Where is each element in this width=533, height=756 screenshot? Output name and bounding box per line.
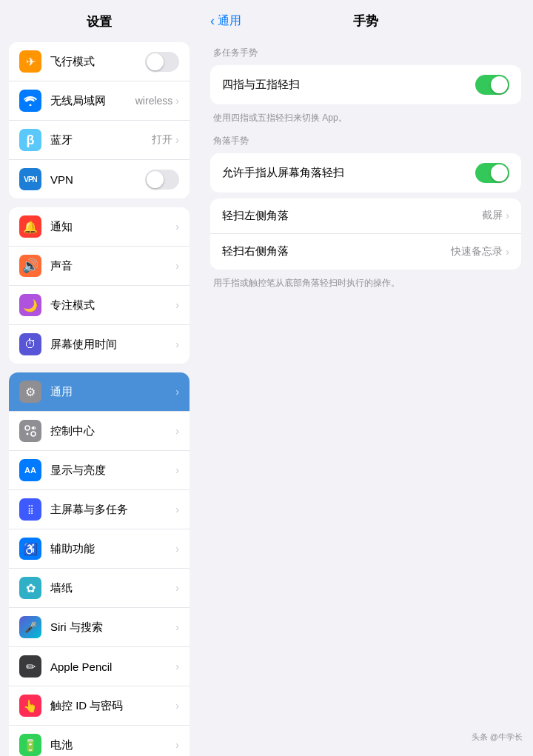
left-panel: 设置 ✈ 飞行模式 无线局域网 wireless › β 蓝牙 打开 › bbox=[0, 0, 198, 756]
note2: 用手指或触控笔从底部角落轻扫时执行的操作。 bbox=[198, 274, 533, 295]
four-five-swipe-label: 四指与五指轻扫 bbox=[222, 78, 475, 92]
applepencil-icon: ✏ bbox=[19, 655, 41, 678]
detail-group-multitask: 四指与五指轻扫 bbox=[210, 65, 521, 104]
wifi-label: 无线局域网 bbox=[50, 94, 135, 108]
general-label: 通用 bbox=[50, 385, 175, 399]
wallpaper-icon: ✿ bbox=[19, 577, 41, 599]
detail-item-four-five-swipe[interactable]: 四指与五指轻扫 bbox=[210, 65, 521, 104]
vpn-icon: VPN bbox=[19, 168, 41, 190]
siri-icon: 🎤 bbox=[19, 616, 41, 638]
battery-label: 电池 bbox=[50, 738, 175, 752]
swipe-left-label: 轻扫左侧角落 bbox=[222, 209, 482, 223]
sound-icon: 🔊 bbox=[19, 255, 41, 277]
detail-item-swipe-right[interactable]: 轻扫右侧角落 快速备忘录 › bbox=[210, 234, 521, 270]
corner-swipe-toggle[interactable] bbox=[475, 163, 509, 183]
wifi-chevron: › bbox=[175, 95, 179, 107]
left-header: 设置 bbox=[0, 0, 198, 38]
control-icon bbox=[19, 420, 41, 442]
touchid-icon: 👆 bbox=[19, 695, 41, 717]
settings-group-connectivity: ✈ 飞行模式 无线局域网 wireless › β 蓝牙 打开 › VPN VP… bbox=[9, 42, 190, 198]
wifi-icon bbox=[19, 90, 41, 112]
detail-item-swipe-left[interactable]: 轻扫左侧角落 截屏 › bbox=[210, 198, 521, 234]
back-button[interactable]: ‹ 通用 bbox=[210, 13, 241, 29]
watermark: 头条 @牛学长 bbox=[472, 732, 523, 743]
sidebar-item-wallpaper[interactable]: ✿ 墙纸 › bbox=[9, 569, 190, 608]
settings-group-notifications: 🔔 通知 › 🔊 声音 › 🌙 专注模式 › ⏱ 屏幕使用时间 › bbox=[9, 207, 190, 364]
sidebar-item-siri[interactable]: 🎤 Siri 与搜索 › bbox=[9, 608, 190, 647]
swipe-right-value: 快速备忘录 bbox=[451, 245, 503, 258]
sidebar-item-screentime[interactable]: ⏱ 屏幕使用时间 › bbox=[9, 325, 190, 364]
wallpaper-label: 墙纸 bbox=[50, 581, 175, 595]
general-icon: ⚙ bbox=[19, 381, 41, 403]
detail-group-corner-actions: 轻扫左侧角落 截屏 › 轻扫右侧角落 快速备忘录 › bbox=[210, 198, 521, 270]
display-label: 显示与亮度 bbox=[50, 464, 175, 478]
touchid-label: 触控 ID 与密码 bbox=[50, 699, 175, 713]
swipe-left-value: 截屏 bbox=[482, 209, 503, 222]
sidebar-item-display[interactable]: AA 显示与亮度 › bbox=[9, 451, 190, 490]
section2-header: 角落手势 bbox=[198, 130, 533, 150]
homescreen-icon: ⣿ bbox=[19, 498, 41, 521]
right-title: 手势 bbox=[353, 13, 378, 30]
back-chevron-icon: ‹ bbox=[210, 13, 215, 29]
sidebar-item-control[interactable]: 控制中心 › bbox=[9, 412, 190, 451]
accessibility-label: 辅助功能 bbox=[50, 542, 175, 556]
detail-item-corner-swipe[interactable]: 允许手指从屏幕角落轻扫 bbox=[210, 153, 521, 193]
sidebar-item-battery[interactable]: 🔋 电池 › bbox=[9, 726, 190, 756]
focus-label: 专注模式 bbox=[50, 298, 175, 312]
right-panel: ‹ 通用 手势 多任务手势 四指与五指轻扫 使用四指或五指轻扫来切换 App。 … bbox=[198, 0, 533, 756]
svg-point-3 bbox=[27, 433, 29, 435]
sidebar-item-accessibility[interactable]: ♿ 辅助功能 › bbox=[9, 529, 190, 569]
settings-group-general: ⚙ 通用 › 控制中心 › AA 显示与亮度 › ⣿ 主屏 bbox=[9, 372, 190, 756]
sidebar-item-focus[interactable]: 🌙 专注模式 › bbox=[9, 286, 190, 325]
wifi-value: wireless bbox=[135, 95, 173, 107]
sidebar-item-airplane[interactable]: ✈ 飞行模式 bbox=[9, 42, 190, 81]
sidebar-item-notification[interactable]: 🔔 通知 › bbox=[9, 207, 190, 247]
bluetooth-icon: β bbox=[19, 129, 41, 151]
right-header: ‹ 通用 手势 bbox=[198, 0, 533, 36]
sidebar-item-vpn[interactable]: VPN VPN bbox=[9, 160, 190, 198]
sound-label: 声音 bbox=[50, 259, 175, 273]
battery-icon: 🔋 bbox=[19, 734, 41, 756]
homescreen-label: 主屏幕与多任务 bbox=[50, 503, 175, 517]
notification-icon: 🔔 bbox=[19, 215, 41, 238]
airplane-toggle[interactable] bbox=[145, 52, 179, 72]
screentime-label: 屏幕使用时间 bbox=[50, 338, 175, 352]
bluetooth-chevron: › bbox=[175, 134, 179, 146]
four-five-swipe-toggle[interactable] bbox=[475, 75, 509, 95]
sidebar-item-homescreen[interactable]: ⣿ 主屏幕与多任务 › bbox=[9, 490, 190, 529]
sidebar-item-wifi[interactable]: 无线局域网 wireless › bbox=[9, 81, 190, 121]
sidebar-item-applepencil[interactable]: ✏ Apple Pencil › bbox=[9, 647, 190, 686]
note1: 使用四指或五指轻扫来切换 App。 bbox=[198, 109, 533, 130]
swipe-left-chevron: › bbox=[506, 210, 509, 221]
notification-label: 通知 bbox=[50, 220, 175, 234]
detail-group-corner: 允许手指从屏幕角落轻扫 bbox=[210, 153, 521, 193]
accessibility-icon: ♿ bbox=[19, 538, 41, 560]
section1-header: 多任务手势 bbox=[198, 42, 533, 62]
svg-point-4 bbox=[31, 432, 36, 436]
vpn-label: VPN bbox=[50, 173, 145, 186]
sidebar-item-bluetooth[interactable]: β 蓝牙 打开 › bbox=[9, 121, 190, 160]
vpn-toggle[interactable] bbox=[145, 170, 179, 190]
control-label: 控制中心 bbox=[50, 424, 175, 438]
bluetooth-label: 蓝牙 bbox=[50, 133, 152, 147]
sidebar-item-sound[interactable]: 🔊 声音 › bbox=[9, 247, 190, 286]
sidebar-item-general[interactable]: ⚙ 通用 › bbox=[9, 372, 190, 412]
bluetooth-value: 打开 bbox=[152, 133, 172, 147]
swipe-right-label: 轻扫右侧角落 bbox=[222, 244, 451, 258]
corner-swipe-label: 允许手指从屏幕角落轻扫 bbox=[222, 166, 475, 180]
svg-point-0 bbox=[25, 426, 30, 430]
applepencil-label: Apple Pencil bbox=[50, 660, 175, 673]
focus-icon: 🌙 bbox=[19, 294, 41, 316]
right-content: 多任务手势 四指与五指轻扫 使用四指或五指轻扫来切换 App。 角落手势 允许手… bbox=[198, 36, 533, 756]
display-icon: AA bbox=[19, 459, 41, 481]
siri-label: Siri 与搜索 bbox=[50, 620, 175, 635]
screentime-icon: ⏱ bbox=[19, 333, 41, 355]
back-label: 通用 bbox=[218, 13, 241, 29]
airplane-label: 飞行模式 bbox=[50, 55, 145, 69]
airplane-icon: ✈ bbox=[19, 50, 41, 73]
sidebar-item-touchid[interactable]: 👆 触控 ID 与密码 › bbox=[9, 686, 190, 726]
swipe-right-chevron: › bbox=[506, 246, 509, 258]
